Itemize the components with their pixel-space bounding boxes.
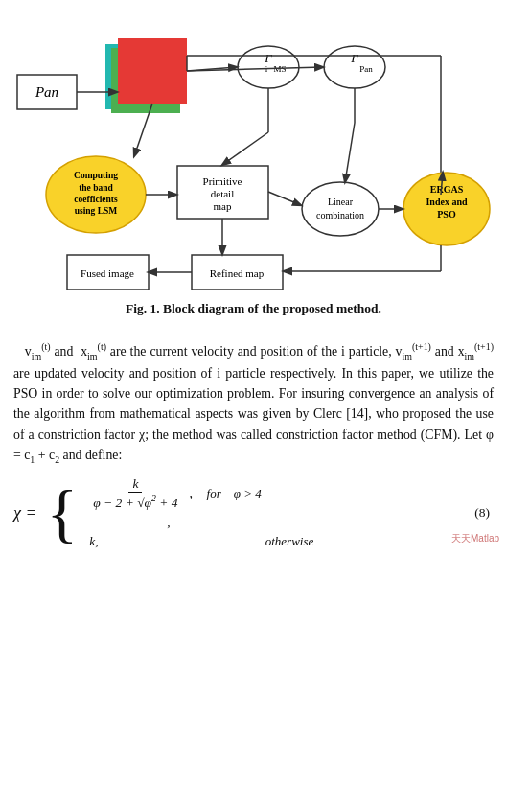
- svg-line-30: [222, 132, 268, 165]
- svg-point-31: [302, 182, 379, 236]
- svg-text:PSO: PSO: [437, 209, 456, 220]
- vim-t1: vim(t+1): [396, 344, 431, 359]
- chi-symbol: χ =: [13, 503, 37, 523]
- case1-comma: ,: [190, 486, 194, 501]
- formula-chi: χ = { k φ − 2 + √φ2 + 4 , for φ > 4: [13, 476, 494, 549]
- case1-condition: for φ > 4: [200, 486, 469, 501]
- svg-text:ERGAS: ERGAS: [430, 184, 464, 195]
- svg-text:map: map: [214, 200, 232, 212]
- cases-block: k φ − 2 + √φ2 + 4 , for φ > 4 ,: [89, 476, 469, 549]
- svg-text:Γ: Γ: [264, 51, 272, 65]
- case-row-1: k φ − 2 + √φ2 + 4 , for φ > 4: [89, 476, 469, 511]
- svg-text:coefficients: coefficients: [74, 195, 118, 204]
- figure-caption: Fig. 1. Block diagram of the proposed me…: [10, 301, 497, 316]
- frac-numerator: k: [128, 476, 142, 493]
- svg-text:Pan: Pan: [359, 64, 373, 74]
- case3-k: k,: [89, 534, 214, 549]
- equation-number: (8): [474, 505, 494, 521]
- xim-t: xim(t): [81, 344, 106, 359]
- case-row-3: k, otherwise: [89, 534, 469, 549]
- formula-wrapper: χ = { k φ − 2 + √φ2 + 4 , for φ > 4: [0, 476, 507, 549]
- svg-text:Refined map: Refined map: [210, 267, 265, 279]
- paragraph-velocity: vim(t) and xim(t) are the current veloci…: [13, 339, 494, 467]
- case2-comma: ,: [89, 515, 214, 530]
- case-row-2: ,: [89, 515, 469, 530]
- svg-line-34: [268, 192, 301, 205]
- left-brace: {: [47, 480, 79, 545]
- svg-text:Γ: Γ: [350, 51, 358, 65]
- case1-fraction: k φ − 2 + √φ2 + 4: [89, 476, 181, 511]
- svg-text:Linear: Linear: [328, 197, 354, 207]
- case3-condition: otherwise: [221, 534, 469, 549]
- body-text: vim(t) and xim(t) are the current veloci…: [0, 339, 507, 467]
- watermark: 天天Matlab: [451, 532, 499, 545]
- svg-text:Pan: Pan: [35, 84, 58, 100]
- svg-text:Index and: Index and: [426, 197, 468, 207]
- block-diagram: Pan Γ MS i Γ Pan Computing the band coef…: [10, 17, 498, 295]
- svg-text:detail: detail: [211, 188, 234, 199]
- svg-rect-4: [118, 38, 187, 104]
- svg-text:combination: combination: [316, 210, 364, 220]
- svg-text:the band: the band: [79, 183, 113, 193]
- frac-denominator: φ − 2 + √φ2 + 4: [89, 493, 181, 511]
- vim-t: vim(t): [25, 344, 51, 359]
- svg-text:using LSM: using LSM: [75, 206, 118, 216]
- svg-text:Fused image: Fused image: [81, 267, 134, 279]
- svg-text:Primitive: Primitive: [203, 175, 242, 187]
- svg-line-36: [345, 123, 355, 182]
- diagram-area: Pan Γ MS i Γ Pan Computing the band coef…: [0, 0, 507, 339]
- svg-text:Computing: Computing: [74, 171, 118, 180]
- xim-t1: xim(t+1): [458, 344, 494, 359]
